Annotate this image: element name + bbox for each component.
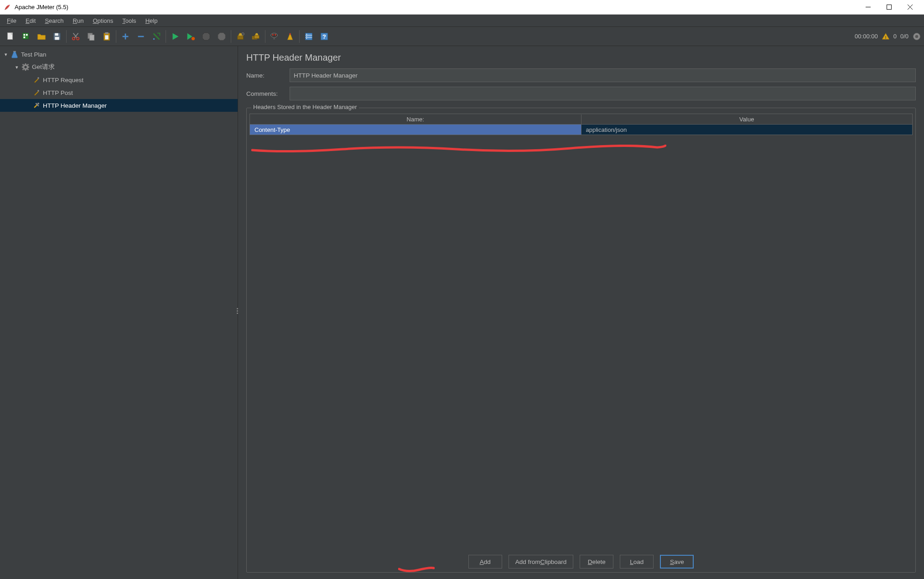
search-icon[interactable] [267,29,282,44]
svg-point-28 [192,37,195,40]
properties-icon[interactable] [301,29,316,44]
toolbar: ? 00:00:00 ! 0 0/0 [0,27,924,46]
svg-point-65 [37,103,39,104]
annotation-red-mark [398,565,435,574]
svg-point-44 [306,36,307,37]
pipette-icon [32,75,41,84]
svg-rect-7 [24,34,26,36]
headers-fieldset: Headers Stored in the Header Manager Nam… [246,108,916,573]
gear-icon [21,63,30,72]
svg-point-32 [242,32,244,35]
svg-line-60 [28,69,29,70]
delete-button[interactable]: Delete [580,555,613,569]
function-icon[interactable] [283,29,297,44]
window-maximize-button[interactable] [878,0,899,15]
header-value-cell[interactable]: application/json [581,125,913,135]
svg-rect-8 [26,34,28,36]
tree-label: HTTP Post [43,89,73,96]
elapsed-timer: 00:00:00 [855,33,878,40]
help-icon[interactable]: ? [317,29,332,44]
button-row: Add Add from Clipboard Delete Load Save [247,548,915,572]
paste-icon[interactable] [99,29,114,44]
column-header-name[interactable]: Name: [250,115,581,124]
header-name-cell[interactable]: Content-Type [250,125,581,135]
name-input[interactable] [290,68,916,82]
error-count: 0 [893,33,897,40]
add-button[interactable]: Add [468,555,502,569]
save-icon[interactable] [50,29,64,44]
warning-icon[interactable]: ! [882,32,890,41]
toggle-icon[interactable] [149,29,164,44]
menu-options[interactable]: Options [88,16,117,26]
window-close-button[interactable] [899,0,920,15]
tree-node-http-request[interactable]: HTTP Request [0,73,238,86]
clear-all-icon[interactable] [249,29,263,44]
svg-line-62 [28,64,29,65]
svg-rect-38 [273,37,275,39]
column-header-value[interactable]: Value [581,115,913,124]
expand-icon[interactable] [118,29,133,44]
svg-marker-26 [173,33,179,40]
tree-node-http-post[interactable]: HTTP Post [0,86,238,99]
svg-marker-30 [218,32,226,40]
chevron-down-icon[interactable]: ▾ [3,52,9,57]
beaker-icon [10,50,19,59]
svg-rect-21 [105,35,108,39]
menu-run[interactable]: Run [69,16,88,26]
svg-rect-34 [254,35,259,38]
run-icon[interactable] [168,29,182,44]
copy-icon[interactable] [84,29,99,44]
svg-point-25 [153,38,155,40]
menu-file[interactable]: File [3,16,21,26]
svg-point-39 [289,33,291,35]
clear-icon[interactable] [233,29,248,44]
shutdown-icon[interactable] [214,29,229,44]
tools-icon [32,101,41,110]
window-title: Apache JMeter (5.5) [15,4,857,10]
headers-table[interactable]: Name: Value Content-Type application/jso… [249,114,913,548]
svg-line-59 [23,64,24,65]
tree-label: Get请求 [32,63,55,71]
svg-rect-1 [887,5,891,10]
svg-rect-20 [105,32,108,34]
window-titlebar: Apache JMeter (5.5) [0,0,924,15]
svg-text:!: ! [885,35,886,39]
chevron-down-icon[interactable]: ▾ [14,64,20,70]
name-label: Name: [246,72,290,79]
stop-icon[interactable] [199,29,213,44]
open-file-icon[interactable] [34,29,49,44]
save-button[interactable]: Save [660,555,694,569]
tree-label: HTTP Request [43,77,83,83]
menu-search[interactable]: Search [41,16,67,26]
fieldset-legend: Headers Stored in the Header Manager [251,104,359,110]
svg-point-43 [306,34,307,35]
new-file-icon[interactable] [3,29,18,44]
tree-label: HTTP Header Manager [43,102,107,109]
tree-node-http-header-manager[interactable]: HTTP Header Manager [0,99,238,112]
svg-point-45 [306,38,307,39]
annotation-red-underline [251,145,666,154]
tree-node-threadgroup[interactable]: ▾ Get请求 [0,61,238,73]
load-button[interactable]: Load [620,555,654,569]
cut-icon[interactable] [68,29,83,44]
comments-label: Comments: [246,90,290,97]
add-from-clipboard-button[interactable]: Add from Clipboard [509,555,574,569]
svg-point-54 [24,66,26,68]
templates-icon[interactable] [19,29,33,44]
run-no-pause-icon[interactable] [183,29,198,44]
menu-edit[interactable]: Edit [21,16,40,26]
comments-input[interactable] [290,87,916,100]
collapse-icon[interactable] [134,29,148,44]
editor-panel: HTTP Header Manager Name: Comments: Head… [238,46,924,579]
svg-text:?: ? [322,33,326,40]
menu-tools[interactable]: Tools [118,16,140,26]
test-plan-tree[interactable]: ▾ Test Plan ▾ Get请求 HTTP Request HTTP Po… [0,46,238,579]
menu-help[interactable]: Help [141,16,162,26]
menu-bar: File Edit Search Run Options Tools Help [0,15,924,27]
table-row[interactable]: Content-Type application/json [250,125,912,135]
tree-label: Test Plan [21,51,47,58]
window-minimize-button[interactable] [857,0,878,15]
status-indicator-icon [912,32,921,41]
tree-node-testplan[interactable]: ▾ Test Plan [0,48,238,61]
pipette-icon [32,88,41,97]
